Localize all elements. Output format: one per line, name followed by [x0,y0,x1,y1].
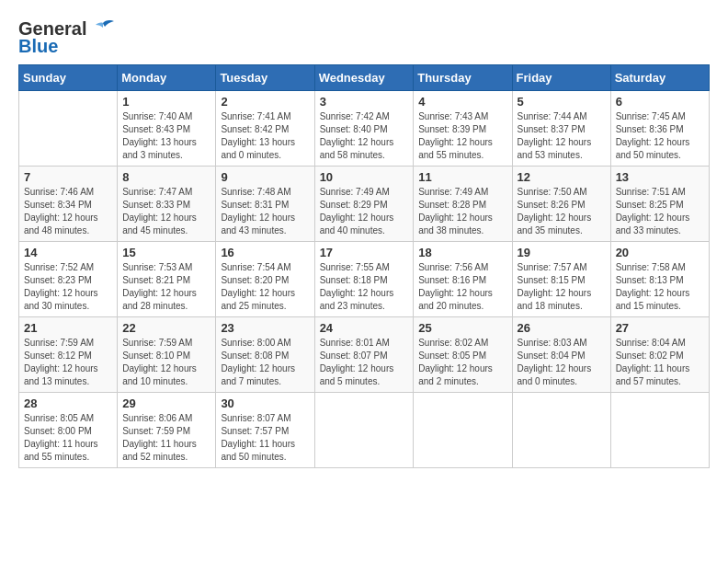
day-info: Sunrise: 7:58 AM Sunset: 8:13 PM Dayligh… [616,261,704,313]
day-number: 18 [418,246,506,259]
calendar-table: SundayMondayTuesdayWednesdayThursdayFrid… [18,64,710,468]
day-info: Sunrise: 7:55 AM Sunset: 8:18 PM Dayligh… [320,261,409,313]
calendar-cell: 10Sunrise: 7:49 AM Sunset: 8:29 PM Dayli… [314,167,414,242]
weekday-header-friday: Friday [512,65,610,91]
day-info: Sunrise: 8:00 AM Sunset: 8:08 PM Dayligh… [221,337,309,388]
day-info: Sunrise: 7:49 AM Sunset: 8:28 PM Dayligh… [418,186,506,237]
calendar-cell: 27Sunrise: 8:04 AM Sunset: 8:02 PM Dayli… [610,317,709,393]
logo: General Blue [18,18,116,57]
day-number: 8 [122,170,210,184]
calendar-header-row: SundayMondayTuesdayWednesdayThursdayFrid… [19,65,710,91]
day-info: Sunrise: 8:03 AM Sunset: 8:04 PM Dayligh… [518,337,606,388]
calendar-cell: 6Sunrise: 7:45 AM Sunset: 8:36 PM Daylig… [610,91,709,167]
day-number: 14 [24,246,112,259]
calendar-body: 1Sunrise: 7:40 AM Sunset: 8:43 PM Daylig… [19,91,710,468]
calendar-cell: 13Sunrise: 7:51 AM Sunset: 8:25 PM Dayli… [610,167,709,242]
weekday-header-wednesday: Wednesday [314,65,414,91]
day-number: 4 [418,95,506,109]
calendar-cell: 23Sunrise: 8:00 AM Sunset: 8:08 PM Dayli… [216,317,314,393]
day-info: Sunrise: 7:50 AM Sunset: 8:26 PM Dayligh… [518,186,606,237]
calendar-cell [512,393,610,468]
day-number: 16 [221,246,309,259]
day-info: Sunrise: 7:45 AM Sunset: 8:36 PM Dayligh… [616,110,704,162]
day-info: Sunrise: 8:06 AM Sunset: 7:59 PM Dayligh… [122,412,210,464]
calendar-cell: 24Sunrise: 8:01 AM Sunset: 8:07 PM Dayli… [314,317,414,393]
calendar-week-row: 7Sunrise: 7:46 AM Sunset: 8:34 PM Daylig… [19,167,710,242]
calendar-cell [414,393,512,468]
calendar-cell: 16Sunrise: 7:54 AM Sunset: 8:20 PM Dayli… [216,242,314,317]
day-info: Sunrise: 8:07 AM Sunset: 7:57 PM Dayligh… [221,412,309,464]
calendar-cell: 14Sunrise: 7:52 AM Sunset: 8:23 PM Dayli… [19,242,118,317]
calendar-cell: 20Sunrise: 7:58 AM Sunset: 8:13 PM Dayli… [610,242,709,317]
weekday-header-thursday: Thursday [414,65,512,91]
day-number: 2 [221,95,309,109]
day-info: Sunrise: 7:56 AM Sunset: 8:16 PM Dayligh… [418,261,506,313]
day-number: 10 [320,170,409,184]
day-number: 28 [24,396,112,410]
day-info: Sunrise: 7:51 AM Sunset: 8:25 PM Dayligh… [616,186,704,237]
day-info: Sunrise: 7:54 AM Sunset: 8:20 PM Dayligh… [221,261,309,313]
day-info: Sunrise: 7:53 AM Sunset: 8:21 PM Dayligh… [122,261,210,313]
weekday-header-saturday: Saturday [610,65,709,91]
day-number: 7 [24,170,112,184]
day-info: Sunrise: 8:01 AM Sunset: 8:07 PM Dayligh… [320,337,409,388]
day-info: Sunrise: 7:49 AM Sunset: 8:29 PM Dayligh… [320,186,409,237]
day-info: Sunrise: 7:42 AM Sunset: 8:40 PM Dayligh… [320,110,409,162]
calendar-cell: 3Sunrise: 7:42 AM Sunset: 8:40 PM Daylig… [314,91,414,167]
day-info: Sunrise: 7:46 AM Sunset: 8:34 PM Dayligh… [24,186,112,237]
calendar-cell: 19Sunrise: 7:57 AM Sunset: 8:15 PM Dayli… [512,242,610,317]
day-info: Sunrise: 7:52 AM Sunset: 8:23 PM Dayligh… [24,261,112,313]
day-number: 26 [518,321,606,335]
day-info: Sunrise: 7:44 AM Sunset: 8:37 PM Dayligh… [518,110,606,162]
calendar-cell: 28Sunrise: 8:05 AM Sunset: 8:00 PM Dayli… [19,393,118,468]
calendar-cell: 29Sunrise: 8:06 AM Sunset: 7:59 PM Dayli… [118,393,216,468]
calendar-cell: 1Sunrise: 7:40 AM Sunset: 8:43 PM Daylig… [118,91,216,167]
day-number: 25 [418,321,506,335]
day-number: 19 [518,246,606,259]
day-info: Sunrise: 7:59 AM Sunset: 8:10 PM Dayligh… [122,337,210,388]
day-info: Sunrise: 8:05 AM Sunset: 8:00 PM Dayligh… [24,412,112,464]
calendar-cell: 7Sunrise: 7:46 AM Sunset: 8:34 PM Daylig… [19,167,118,242]
day-number: 30 [221,396,309,410]
logo-blue-text: Blue [18,36,58,57]
day-number: 17 [320,246,409,259]
calendar-cell: 30Sunrise: 8:07 AM Sunset: 7:57 PM Dayli… [216,393,314,468]
calendar-cell [314,393,414,468]
day-number: 15 [122,246,210,259]
day-number: 22 [122,321,210,335]
day-number: 11 [418,170,506,184]
day-number: 9 [221,170,309,184]
day-info: Sunrise: 8:02 AM Sunset: 8:05 PM Dayligh… [418,337,506,388]
calendar-cell: 9Sunrise: 7:48 AM Sunset: 8:31 PM Daylig… [216,167,314,242]
calendar-week-row: 28Sunrise: 8:05 AM Sunset: 8:00 PM Dayli… [19,393,710,468]
weekday-header-sunday: Sunday [19,65,118,91]
calendar-cell: 12Sunrise: 7:50 AM Sunset: 8:26 PM Dayli… [512,167,610,242]
day-number: 5 [518,95,606,109]
weekday-header-tuesday: Tuesday [216,65,314,91]
weekday-header-monday: Monday [118,65,216,91]
calendar-cell [610,393,709,468]
calendar-cell: 8Sunrise: 7:47 AM Sunset: 8:33 PM Daylig… [118,167,216,242]
calendar-cell: 18Sunrise: 7:56 AM Sunset: 8:16 PM Dayli… [414,242,512,317]
calendar-cell: 4Sunrise: 7:43 AM Sunset: 8:39 PM Daylig… [414,91,512,167]
calendar-week-row: 14Sunrise: 7:52 AM Sunset: 8:23 PM Dayli… [19,242,710,317]
day-number: 27 [616,321,704,335]
calendar-cell: 25Sunrise: 8:02 AM Sunset: 8:05 PM Dayli… [414,317,512,393]
day-number: 29 [122,396,210,410]
day-number: 1 [122,95,210,109]
day-number: 21 [24,321,112,335]
day-info: Sunrise: 7:41 AM Sunset: 8:42 PM Dayligh… [221,110,309,162]
calendar-week-row: 1Sunrise: 7:40 AM Sunset: 8:43 PM Daylig… [19,91,710,167]
logo-bird-icon [90,19,116,40]
calendar-cell: 2Sunrise: 7:41 AM Sunset: 8:42 PM Daylig… [216,91,314,167]
calendar-cell: 5Sunrise: 7:44 AM Sunset: 8:37 PM Daylig… [512,91,610,167]
calendar-cell [19,91,118,167]
calendar-cell: 26Sunrise: 8:03 AM Sunset: 8:04 PM Dayli… [512,317,610,393]
calendar-cell: 15Sunrise: 7:53 AM Sunset: 8:21 PM Dayli… [118,242,216,317]
calendar-cell: 17Sunrise: 7:55 AM Sunset: 8:18 PM Dayli… [314,242,414,317]
day-number: 20 [616,246,704,259]
day-number: 13 [616,170,704,184]
calendar-cell: 22Sunrise: 7:59 AM Sunset: 8:10 PM Dayli… [118,317,216,393]
day-info: Sunrise: 7:59 AM Sunset: 8:12 PM Dayligh… [24,337,112,388]
day-number: 3 [320,95,409,109]
